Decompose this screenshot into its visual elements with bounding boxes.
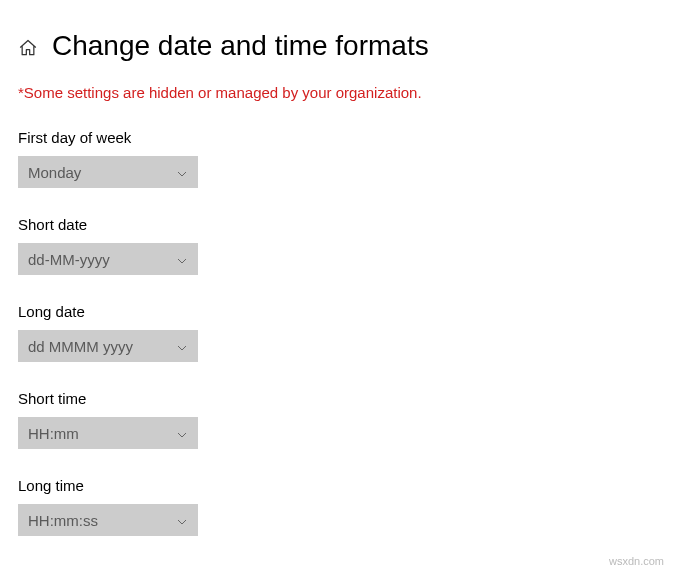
long-date-value: dd MMMM yyyy [28, 338, 133, 355]
long-date-dropdown[interactable]: dd MMMM yyyy [18, 330, 198, 362]
first-day-of-week-dropdown[interactable]: Monday [18, 156, 198, 188]
chevron-down-icon [176, 427, 188, 439]
page-header: Change date and time formats [18, 30, 656, 62]
long-date-label: Long date [18, 303, 656, 320]
short-date-group: Short date dd-MM-yyyy [18, 216, 656, 275]
short-date-dropdown[interactable]: dd-MM-yyyy [18, 243, 198, 275]
short-time-value: HH:mm [28, 425, 79, 442]
long-time-dropdown[interactable]: HH:mm:ss [18, 504, 198, 536]
chevron-down-icon [176, 253, 188, 265]
short-time-group: Short time HH:mm [18, 390, 656, 449]
watermark: wsxdn.com [609, 555, 664, 567]
short-time-label: Short time [18, 390, 656, 407]
long-time-group: Long time HH:mm:ss [18, 477, 656, 536]
page-title: Change date and time formats [52, 30, 429, 62]
home-icon[interactable] [18, 38, 38, 58]
long-date-group: Long date dd MMMM yyyy [18, 303, 656, 362]
short-date-label: Short date [18, 216, 656, 233]
chevron-down-icon [176, 166, 188, 178]
first-day-of-week-group: First day of week Monday [18, 129, 656, 188]
short-time-dropdown[interactable]: HH:mm [18, 417, 198, 449]
chevron-down-icon [176, 340, 188, 352]
long-time-label: Long time [18, 477, 656, 494]
short-date-value: dd-MM-yyyy [28, 251, 110, 268]
long-time-value: HH:mm:ss [28, 512, 98, 529]
first-day-of-week-value: Monday [28, 164, 81, 181]
first-day-of-week-label: First day of week [18, 129, 656, 146]
managed-notice: *Some settings are hidden or managed by … [18, 84, 656, 101]
chevron-down-icon [176, 514, 188, 526]
